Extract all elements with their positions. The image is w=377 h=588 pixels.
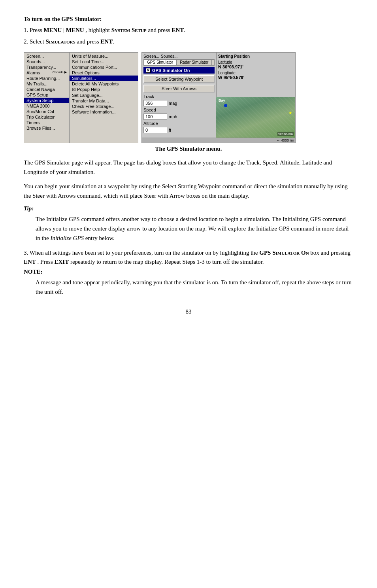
menu-item-system-setup[interactable]: System Setup [24,98,69,103]
submenu-check-storage[interactable]: Check Free Storage... [70,104,138,109]
submenu-popup-help[interactable]: ☒ Popup Help [70,87,138,93]
menu-item-sounds[interactable]: Sounds... [24,59,69,64]
step1-bold1: MENU [43,27,62,33]
speed-unit: mph [169,114,177,119]
submenu-list: Units of Measure... Set Local Time... Co… [70,53,138,115]
step3-number: 3. [24,250,28,256]
submenu-reset[interactable]: Reset Options [70,70,138,76]
track-input-row: 356 mag [143,100,215,106]
steer-arrows-button[interactable]: Steer With Arrows [143,85,215,93]
heading-text: To turn on the GPS Simulator: [24,16,102,22]
starting-position-panel: Starting Position Latitude N 36°08.971' … [216,53,264,97]
menu-item-browse[interactable]: Browse Files... [24,125,69,131]
menu-item-gps-setup[interactable]: GPS Setup [24,92,69,98]
right-status-bar: ↔ 4000 mi [142,138,295,143]
step3-bold3: EXIT [55,259,69,265]
altitude-input[interactable]: 0 [143,127,167,133]
submenu-simulators[interactable]: Simulators... [70,76,138,81]
step-2: 2. Select Simulators and press ENT. [24,37,353,46]
longitude-label-text: Longitude [218,71,262,75]
menu-item-transparency[interactable]: Transparency... [24,64,69,70]
left-panel: Bay Canada ★ Screen... Sounds... Transpa… [24,52,138,143]
altitude-label: Altitude [143,121,167,126]
step1-sep: | [63,27,66,33]
menu-item-cancel-nav[interactable]: Cancel Naviga [24,87,69,92]
right-status-scale: ↔ 4000 mi [276,138,294,142]
altitude-input-row: 0 ft [143,127,215,133]
step1-number: 1. [24,27,28,33]
menu-item-route-planning[interactable]: Route Planning... [24,76,69,81]
right-map-label: Bay [219,98,225,102]
speed-field-row: Speed [143,108,215,112]
submenu-transfer[interactable]: Transfer My Data... [70,98,138,104]
tab-radar-simulator[interactable]: Radar Simulator [177,60,212,65]
tip-italic: Initialize GPS [51,235,84,241]
submenu-local-time[interactable]: Set Local Time... [70,59,138,64]
tab-gps-simulator[interactable]: GPS Simulator [144,60,177,65]
page-number: 83 [24,308,353,315]
note-body: A message and tone appear periodically, … [36,278,353,297]
step3-bold1: GPS Simulator On [259,250,309,256]
submenu-set-lang[interactable]: Set Language... [70,93,138,98]
gps-on-checkbox[interactable]: ✕ [146,68,151,73]
right-side-info: Starting Position Latitude N 36°08.971' … [216,53,295,138]
step2-text: Select [30,38,45,45]
tip-body: The Initialize GPS command offers anothe… [36,214,353,243]
step1-end: and press [148,27,172,33]
track-label: Track [143,94,167,99]
left-menu-list: Screen... Sounds... Transparency... Alar… [24,53,70,143]
figure-caption: The GPS Simulator menu. [24,146,353,152]
step3-end: repeatedly to return to the map display.… [70,259,264,265]
latitude-value: N 36°08.971' [218,64,262,69]
step-1: 1. Press MENU | MENU , highlight System … [24,26,353,35]
section-heading: To turn on the GPS Simulator: [24,16,353,23]
step3-bold2: ENT [24,259,36,265]
altitude-field-row: Altitude [143,121,215,126]
gps-sim-content: Screen... Sounds... GPS Simulator Radar … [142,53,216,138]
step2-smallcaps: Simulators [45,38,75,45]
submenu-comm-port[interactable]: Communications Port... [70,64,138,70]
submenu-software-info[interactable]: Software Information... [70,109,138,115]
submenu-panel: Units of Measure... Set Local Time... Co… [70,53,138,143]
tip-heading: Tip: [24,205,353,212]
track-input[interactable]: 356 [143,100,167,106]
right-panel: Screen... Sounds... GPS Simulator Radar … [141,52,296,143]
menu-item-my-trails[interactable]: My Trails... [24,81,69,87]
track-unit: mag [169,101,177,106]
step2-bold: ENT [100,38,113,45]
latitude-label: Latitude [218,60,262,64]
step1-mid: , highlight [85,27,111,33]
select-waypoint-button[interactable]: Select Starting Waypoint [143,75,215,83]
menu-item-alarms[interactable]: Alarms Canada ▶ [24,70,69,76]
menu-item-screen[interactable]: Screen... [24,53,69,59]
step1-smallcaps: System Setup [111,27,147,33]
body-para-2: You can begin your simulation at a waypo… [24,182,353,200]
altitude-unit: ft [169,128,171,132]
speed-input[interactable]: 100 [143,113,167,120]
menu-item-sun-moon[interactable]: Sun/Moon Cal [24,109,69,114]
note-heading: NOTE: [24,268,353,275]
submenu-delete-wpts[interactable]: Delete All My Waypoints [70,81,138,87]
screenshot-container: Bay Canada ★ Screen... Sounds... Transpa… [24,52,353,143]
longitude-value: W 95°50.579' [218,75,262,80]
speed-label: Speed [143,108,167,112]
right-map-bg: Bay ★ Venezuela [216,97,295,138]
step2-end: and press [77,38,100,45]
right-top-labels: Screen... Sounds... [143,54,215,59]
right-map-place: Venezuela [277,132,294,136]
page-content: To turn on the GPS Simulator: 1. Press M… [24,16,353,315]
starting-pos-label: Starting Position [218,54,262,59]
gps-title-text: GPS Simulator On [152,68,190,73]
track-field-row: Track [143,94,215,99]
step1-text: Press [30,27,43,33]
submenu-units[interactable]: Units of Measure... [70,53,138,59]
tab-bar: GPS Simulator Radar Simulator [143,59,215,66]
step1-bold2: MENU [66,27,84,33]
menu-item-nmea[interactable]: NMEA 2000 [24,103,69,109]
menu-item-trip-calc[interactable]: Trip Calculator [24,114,69,120]
menu-item-timers[interactable]: Timers [24,120,69,125]
step3-mid2: . Press [38,259,55,265]
step3-mid: box and pressing [310,250,351,256]
step-3: 3. When all settings have been set to yo… [24,248,353,266]
step1-bold3: ENT [172,27,184,33]
